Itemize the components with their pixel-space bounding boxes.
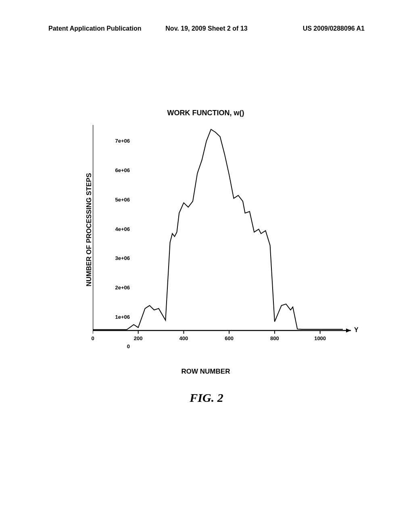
header-publication: Patent Application Publication — [48, 25, 154, 32]
header-pubnum: US 2009/0288096 A1 — [259, 25, 365, 32]
plot-area: Y 01e+062e+063e+064e+065e+066e+067e+0602… — [93, 125, 343, 330]
svg-marker-2 — [346, 328, 351, 332]
x-axis-label: ROW NUMBER — [52, 368, 359, 376]
x-arrow-label: Y — [354, 326, 359, 334]
x-tick-label: 1000 — [314, 335, 326, 341]
figure-label: FIG. 2 — [0, 391, 413, 405]
x-tick-label: 600 — [225, 335, 234, 341]
chart-title: WORK FUNCTION, w() — [52, 109, 359, 117]
x-tick-label: 400 — [179, 335, 188, 341]
y-tick-label: 0 — [127, 343, 130, 349]
x-tick-label: 0 — [91, 335, 94, 341]
page-header: Patent Application Publication Nov. 19, … — [0, 25, 413, 32]
x-tick-label: 200 — [134, 335, 143, 341]
y-tick-label: 1e+06 — [115, 314, 130, 320]
y-tick-label: 3e+06 — [115, 255, 130, 261]
header-date-sheet: Nov. 19, 2009 Sheet 2 of 13 — [154, 25, 259, 32]
chart-svg — [93, 125, 359, 335]
y-tick-label: 5e+06 — [115, 197, 130, 203]
y-tick-label: 4e+06 — [115, 226, 130, 232]
y-tick-label: 2e+06 — [115, 285, 130, 291]
chart-container: WORK FUNCTION, w() NUMBER OF PROCESSING … — [52, 109, 359, 351]
y-axis-label: NUMBER OF PROCESSING STEPS — [85, 173, 93, 286]
x-tick-label: 800 — [270, 335, 279, 341]
y-tick-label: 7e+06 — [115, 138, 130, 144]
y-tick-label: 6e+06 — [115, 167, 130, 173]
